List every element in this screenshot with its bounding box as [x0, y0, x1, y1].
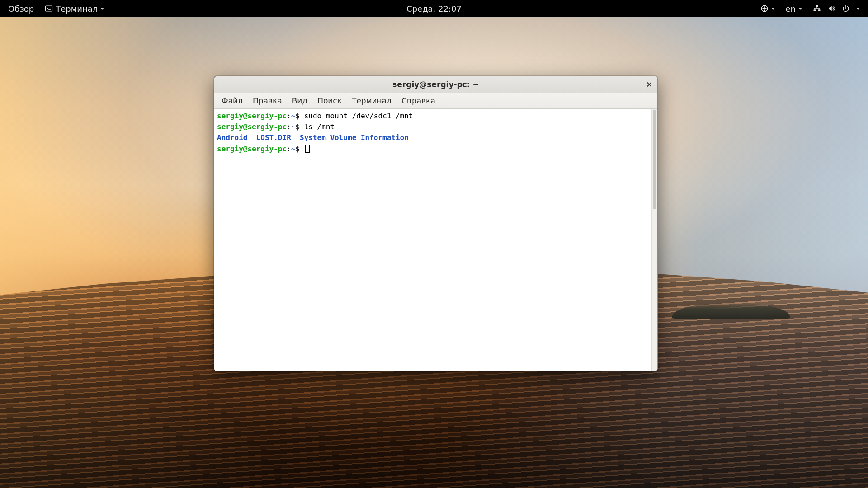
activities-label: Обзор [8, 4, 34, 14]
volume-icon [827, 5, 835, 13]
app-menu-button[interactable]: Терминал [40, 0, 108, 17]
system-status-area[interactable] [808, 0, 864, 17]
menu-search[interactable]: Поиск [313, 94, 346, 107]
clock-label: Среда, 22:07 [406, 4, 462, 14]
chevron-down-icon [798, 8, 802, 10]
window-close-button[interactable] [644, 79, 655, 90]
accessibility-icon [760, 5, 769, 13]
menu-view[interactable]: Вид [288, 94, 312, 107]
terminal-window: sergiy@sergiy-pc: ~ Файл Правка Вид Поис… [214, 76, 658, 371]
accessibility-menu[interactable] [756, 0, 779, 17]
menu-file[interactable]: Файл [217, 94, 247, 107]
terminal-text[interactable]: sergiy@sergiy-pc:~$ sudo mount /dev/sdc1… [214, 109, 652, 371]
scrollbar-thumb[interactable] [653, 110, 656, 209]
chevron-down-icon [771, 8, 775, 10]
gnome-top-bar: Обзор Терминал Среда, 22:07 en [0, 0, 868, 17]
menu-edit[interactable]: Правка [248, 94, 287, 107]
chevron-down-icon [856, 8, 860, 10]
power-icon [842, 5, 850, 13]
menu-terminal[interactable]: Терминал [347, 94, 396, 107]
clock-button[interactable]: Среда, 22:07 [402, 0, 466, 17]
input-source-label: en [786, 4, 796, 14]
terminal-scrollbar[interactable] [651, 109, 657, 371]
window-titlebar[interactable]: sergiy@sergiy-pc: ~ [214, 76, 657, 93]
terminal-viewport[interactable]: sergiy@sergiy-pc:~$ sudo mount /dev/sdc1… [214, 109, 657, 371]
svg-rect-3 [816, 5, 818, 7]
close-icon [646, 80, 652, 89]
app-menu-label: Терминал [56, 4, 98, 14]
svg-rect-5 [818, 9, 821, 11]
window-title: sergiy@sergiy-pc: ~ [392, 80, 479, 89]
svg-rect-0 [46, 6, 52, 11]
terminal-app-icon [45, 5, 53, 13]
activities-button[interactable]: Обзор [4, 0, 38, 17]
chevron-down-icon [100, 8, 104, 10]
terminal-menubar: Файл Правка Вид Поиск Терминал Справка [214, 93, 657, 109]
network-wired-icon [813, 5, 821, 13]
input-source-menu[interactable]: en [781, 0, 807, 17]
svg-point-2 [764, 6, 765, 8]
menu-help[interactable]: Справка [397, 94, 440, 107]
svg-rect-4 [814, 9, 816, 11]
